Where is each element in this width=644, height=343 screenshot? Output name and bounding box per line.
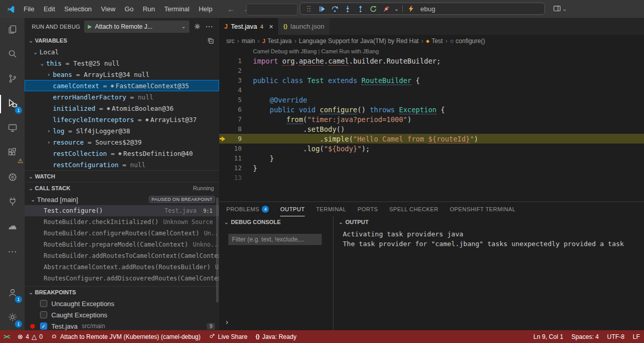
panel-tab-spell-checker[interactable]: SPELL CHECKER (389, 202, 439, 216)
activity-accounts[interactable]: 1 (0, 281, 25, 306)
start-debugging-icon[interactable]: ▶ (88, 24, 92, 29)
sidebar-scrollbar[interactable] (216, 197, 219, 302)
variable-row-beans[interactable]: ›beans = ArrayList@34 null (25, 69, 219, 80)
encoding-status[interactable]: UTF-8 (603, 330, 629, 343)
menu-view[interactable]: View (96, 0, 120, 18)
code-line-8[interactable]: 8 .setBody() (219, 124, 644, 134)
variables-section-header[interactable]: ⌄ VARIABLES (25, 35, 219, 46)
code-line-9[interactable]: 9 .simple("Hello Camel from ${routeId}") (219, 134, 644, 144)
variable-row-resource[interactable]: ›resource = Sources$2@39 (25, 136, 219, 148)
variable-row-initialized[interactable]: initialized = ◉AtomicBoolean@36 (25, 103, 219, 114)
codelens-link[interactable]: Camel Run with JBang (321, 48, 379, 54)
codelens-link[interactable]: Camel Debug with JBang (253, 48, 317, 54)
problems-status[interactable]: ⊗ 4 △ 0 (13, 330, 47, 343)
menu-terminal[interactable]: Terminal (160, 0, 194, 18)
stack-frame-2[interactable]: RouteBuilder.configureRoutes(CamelContex… (25, 228, 219, 239)
stack-frame-0[interactable]: Test.configure()Test.java9:1 (25, 205, 219, 216)
java-status[interactable]: {} Java: Ready (251, 330, 301, 343)
variable-row-log[interactable]: ›log = Slf4jLogger@38 (25, 125, 219, 136)
restart-button[interactable] (368, 4, 378, 13)
stack-frame-5[interactable]: AbstractCamelContext.addRoutes(RoutesBui… (25, 261, 219, 273)
step-into-button[interactable] (343, 4, 352, 13)
stack-frame-3[interactable]: RouteBuilder.prepareModel(CamelContext)U… (25, 239, 219, 250)
indentation-status[interactable]: Spaces: 4 (568, 330, 603, 343)
activity-explorer[interactable] (0, 18, 25, 43)
menu-run[interactable]: Run (138, 0, 160, 18)
variable-row-camelContext[interactable]: camelContext = ◉FastCamelContext@35 (25, 80, 219, 91)
variable-row-Local[interactable]: ⌄Local (25, 46, 219, 57)
code-line-5[interactable]: 5 @Override (219, 95, 644, 105)
live-share-status[interactable]: Live Share (205, 330, 251, 343)
console-prompt-icon[interactable]: › (226, 318, 228, 326)
activity-more[interactable]: ⋯ (0, 239, 25, 264)
drag-grip-icon[interactable] (304, 4, 314, 13)
breakpoint-checkbox[interactable]: ✓ (40, 322, 47, 330)
panel-tab-terminal[interactable]: TERMINAL (316, 202, 346, 216)
disconnect-button[interactable] (381, 4, 391, 13)
menu-help[interactable]: Help (194, 0, 217, 18)
code-line-10[interactable]: 10 .log("${body}"); (219, 144, 644, 153)
code-line-13[interactable]: 13 (219, 173, 644, 183)
menu-edit[interactable]: Edit (39, 0, 60, 18)
titlebar-search-box[interactable] (246, 4, 298, 15)
activity-extensions[interactable]: ⚠ (0, 141, 25, 166)
code-line-3[interactable]: 3public class Test extends RouteBuilder … (219, 75, 644, 85)
activity-camel[interactable] (0, 215, 25, 239)
editor-tab-test-java[interactable]: JTest.java4× (219, 18, 278, 35)
breadcrumb-item[interactable]: JTest.java (262, 37, 291, 45)
menu-file[interactable]: File (19, 0, 39, 18)
views-more-actions-icon[interactable]: ⋯ (205, 22, 213, 31)
thread-row[interactable]: ⌄ Thread [main] PAUSED ON BREAKPOINT (25, 194, 219, 205)
camel-lightning-icon[interactable] (406, 4, 416, 13)
close-icon[interactable]: × (269, 23, 273, 31)
code-line-4[interactable]: 4 (219, 85, 644, 95)
menu-selection[interactable]: Selection (60, 0, 96, 18)
variable-row-this[interactable]: ⌄this = Test@25 null (25, 57, 219, 69)
breakpoint-checkbox[interactable] (40, 311, 47, 318)
eol-status[interactable]: LF (629, 330, 644, 343)
stack-frame-6[interactable]: RoutesConfigurer.addDiscoveredRoutes(Cam… (25, 273, 219, 284)
editor[interactable]: Camel Debug with JBang | Camel Run with … (219, 47, 644, 201)
breakpoint-row-0[interactable]: Uncaught Exceptions (25, 298, 219, 309)
breakpoint-row-1[interactable]: Caught Exceptions (25, 309, 219, 320)
panel-tab-openshift-terminal[interactable]: OPENSHIFT TERMINAL (450, 202, 515, 216)
console-filter-input[interactable] (228, 234, 322, 245)
code-line-11[interactable]: 11 } (219, 153, 644, 163)
breadcrumb-item[interactable]: src (226, 37, 235, 45)
step-out-button[interactable] (356, 4, 365, 13)
breadcrumb-item[interactable]: ◇configure() (450, 37, 485, 45)
continue-button[interactable] (317, 4, 326, 13)
code-line-2[interactable]: 2 (219, 66, 644, 75)
activity-source-control[interactable] (0, 67, 25, 92)
breadcrumb-item[interactable]: ◆Test (426, 37, 443, 45)
code-line-7[interactable]: 7 from("timer:java?period=1000") (219, 114, 644, 124)
debug-more-chevron-icon[interactable]: ⌄ (394, 6, 399, 12)
activity-connector[interactable] (0, 190, 25, 215)
variable-row-errorHandlerFactory[interactable]: errorHandlerFactory = null (25, 91, 219, 103)
panel-tab-output[interactable]: OUTPUT (280, 202, 305, 216)
callstack-section-header[interactable]: ⌄ CALL STACK Running (25, 182, 219, 194)
remote-indicator[interactable]: >< (0, 330, 13, 343)
menu-go[interactable]: Go (120, 0, 138, 18)
variable-row-restConfiguration[interactable]: restConfiguration = null (25, 159, 219, 170)
activity-settings[interactable]: 1 (0, 306, 25, 330)
breakpoint-checkbox[interactable] (40, 300, 47, 307)
code-line-6[interactable]: 6 public void configure() throws Excepti… (219, 105, 644, 114)
debug-session-status[interactable]: Attach to Remote JVM (Kubernetes) (camel… (47, 330, 204, 343)
output-header[interactable]: ⌄ OUTPUT (334, 216, 644, 228)
editor-tab-launch-json[interactable]: {}launch.json (278, 18, 330, 35)
panel-tab-ports[interactable]: PORTS (358, 202, 378, 216)
stack-frame-4[interactable]: RouteBuilder.addRoutesToCamelContext(Cam… (25, 250, 219, 261)
activity-search[interactable] (0, 43, 25, 67)
code-line-1[interactable]: 1import org.apache.camel.builder.RouteBu… (219, 56, 644, 66)
code-line-12[interactable]: 12} (219, 163, 644, 173)
breadcrumb-item[interactable]: Language Support for Java(TM) by Red Hat (299, 37, 419, 45)
configure-gear-icon[interactable] (193, 23, 201, 30)
breadcrumb-item[interactable]: main (242, 37, 255, 45)
panel-tab-problems[interactable]: PROBLEMS4 (226, 202, 269, 216)
activity-run-debug[interactable]: 1 (0, 92, 25, 116)
breakpoint-row-2[interactable]: ✓Test.javasrc/main9 (25, 320, 219, 330)
collapse-all-icon[interactable] (207, 37, 214, 44)
debug-console-header[interactable]: ⌄ DEBUG CONSOLE (219, 216, 333, 228)
stack-frame-1[interactable]: RouteBuilder.checkInitialized()Unknown S… (25, 216, 219, 228)
